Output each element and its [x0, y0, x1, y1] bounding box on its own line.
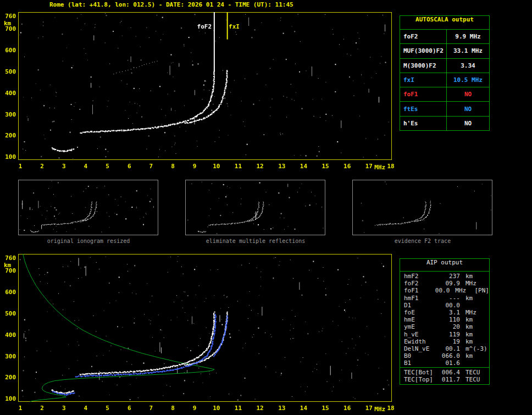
aip-param-value: 119	[437, 331, 460, 338]
aip-param-unit: km	[465, 273, 489, 280]
aip-row: ymE 20 km	[404, 323, 489, 330]
table-row: h'Es NO	[400, 117, 489, 130]
aip-row: Ewidth 19 km	[404, 338, 489, 345]
aip-param-value: ---	[437, 295, 460, 302]
aip-param-unit	[465, 359, 489, 367]
table-row: foF2 9.9 MHz	[400, 30, 489, 44]
autoscala-param-value: 10.5 MHz	[447, 73, 489, 87]
aip-tec-section: TEC[Bot] 006.4 TECU TEC[Top] 011.7 TECU	[400, 367, 489, 384]
aip-row: hmF2 237 km	[404, 273, 489, 280]
aip-output-table: AIP output hmF2 237 km foF2 09.9 MHz foF…	[400, 258, 490, 385]
profile-ionogram-plot	[0, 250, 400, 414]
aip-param-label: foE	[404, 309, 437, 316]
aip-param-value: 00.1	[437, 345, 460, 352]
aip-param-value: 01.6	[437, 359, 460, 367]
aip-param-value: 20	[437, 323, 460, 330]
aip-param-value: 237	[437, 273, 460, 280]
main-ionogram-canvas	[0, 8, 400, 173]
aip-param-unit: m^(-3)	[465, 345, 489, 352]
aip-param-value: 00.0	[437, 302, 460, 309]
main-ionogram-plot	[0, 8, 400, 173]
aip-param-unit: km	[465, 295, 489, 302]
table-row: fxI 10.5 MHz	[400, 73, 489, 87]
autoscala-param-label: h'Es	[400, 117, 447, 130]
aip-param-value: 19	[437, 338, 460, 345]
resized-ionogram-canvas	[18, 180, 159, 236]
aip-row: hmE 110 km	[404, 316, 489, 323]
autoscala-param-value: 33.1 MHz	[447, 44, 489, 58]
aip-param-extra: [PN]	[475, 287, 490, 294]
f2-evidence-ionogram-panel	[352, 180, 493, 236]
aip-param-label: TEC[Bot]	[404, 369, 437, 376]
aip-param-unit: TECU	[465, 369, 489, 376]
aip-param-unit: km	[465, 338, 489, 345]
autoscala-param-label: M(3000)F2	[400, 59, 447, 73]
f2-evidence-ionogram-canvas	[352, 180, 493, 236]
aip-param-unit: km	[465, 331, 489, 338]
autoscala-param-value: 9.9 MHz	[447, 30, 489, 43]
autoscala-param-value: NO	[447, 102, 489, 115]
aip-param-label: foF1	[404, 287, 431, 294]
table-row: ftEs NO	[400, 102, 489, 116]
caption-eliminate-multiples: eliminate multiple reflections	[185, 238, 326, 244]
aip-param-value: 011.7	[437, 376, 460, 383]
aip-param-value: 00.0	[431, 287, 450, 294]
aip-param-unit: km	[465, 316, 489, 323]
aip-param-unit	[465, 302, 489, 309]
autoscala-param-value: 3.34	[447, 59, 489, 73]
autoscala-param-label: MUF(3000)F2	[400, 44, 447, 58]
aip-param-label: B1	[404, 359, 437, 367]
autoscala-output-table: AUTOSCALA output foF2 9.9 MHz MUF(3000)F…	[400, 15, 490, 131]
aip-row: foF2 09.9 MHz	[404, 280, 489, 287]
aip-param-value: 09.9	[437, 280, 460, 287]
autoscala-param-label: ftEs	[400, 102, 447, 115]
profile-ionogram-canvas	[0, 250, 400, 414]
aip-param-unit: TECU	[465, 376, 489, 383]
aip-row: foE 3.1 MHz	[404, 309, 489, 316]
aip-param-label: TEC[Top]	[404, 376, 437, 383]
aip-param-label: Ewidth	[404, 338, 437, 345]
aip-param-unit: km	[465, 352, 489, 359]
aip-param-unit: MHz	[465, 309, 489, 316]
aip-row: DelN_vE 00.1 m^(-3)	[404, 345, 489, 352]
aip-param-unit: km	[465, 323, 489, 330]
aip-param-label: hmF2	[404, 273, 437, 280]
aip-param-label: h_vE	[404, 331, 437, 338]
caption-evidence-f2-trace: evidence F2 trace	[352, 238, 493, 244]
table-row: foF1 NO	[400, 87, 489, 102]
aip-param-label: ymE	[404, 323, 437, 330]
aip-param-value: 3.1	[437, 309, 460, 316]
aip-output-body: hmF2 237 km foF2 09.9 MHz foF1 00.0 MHz …	[400, 272, 489, 367]
aip-param-label: hmE	[404, 316, 437, 323]
aip-row: foF1 00.0 MHz [PN]	[404, 287, 489, 294]
autoscala-output-title: AUTOSCALA output	[400, 16, 489, 30]
autoscala-param-label: foF2	[400, 30, 447, 43]
aip-param-label: B0	[404, 352, 437, 359]
autoscala-param-label: foF1	[400, 87, 447, 101]
aip-row: B1 01.6	[404, 359, 489, 367]
aip-param-value: 006.4	[437, 369, 460, 376]
aip-param-label: D1	[404, 302, 437, 309]
aip-param-label: foF2	[404, 280, 437, 287]
resized-ionogram-panel	[18, 180, 159, 236]
aip-row: D1 00.0	[404, 302, 489, 309]
aip-param-value: 066.0	[437, 352, 460, 359]
aip-param-unit: MHz	[465, 280, 489, 287]
aip-row: TEC[Bot] 006.4 TECU	[404, 369, 489, 376]
aip-row: h_vE 119 km	[404, 331, 489, 338]
aip-param-value: 110	[437, 316, 460, 323]
aip-row: B0 066.0 km	[404, 352, 489, 359]
aip-row: TEC[Top] 011.7 TECU	[404, 376, 489, 383]
aip-row: hmF1 --- km	[404, 295, 489, 302]
filtered-ionogram-panel	[185, 180, 326, 236]
autoscala-screen: Rome (lat: +41.8, lon: 012.5) - DATE: 20…	[0, 0, 532, 415]
filtered-ionogram-canvas	[185, 180, 326, 236]
aip-param-label: hmF1	[404, 295, 437, 302]
aip-output-title: AIP output	[400, 259, 489, 272]
table-row: MUF(3000)F2 33.1 MHz	[400, 44, 489, 58]
aip-param-label: DelN_vE	[404, 345, 437, 352]
autoscala-param-value: NO	[447, 117, 489, 130]
table-row: M(3000)F2 3.34	[400, 59, 489, 73]
aip-param-unit: MHz	[455, 287, 474, 294]
autoscala-param-label: fxI	[400, 73, 447, 87]
